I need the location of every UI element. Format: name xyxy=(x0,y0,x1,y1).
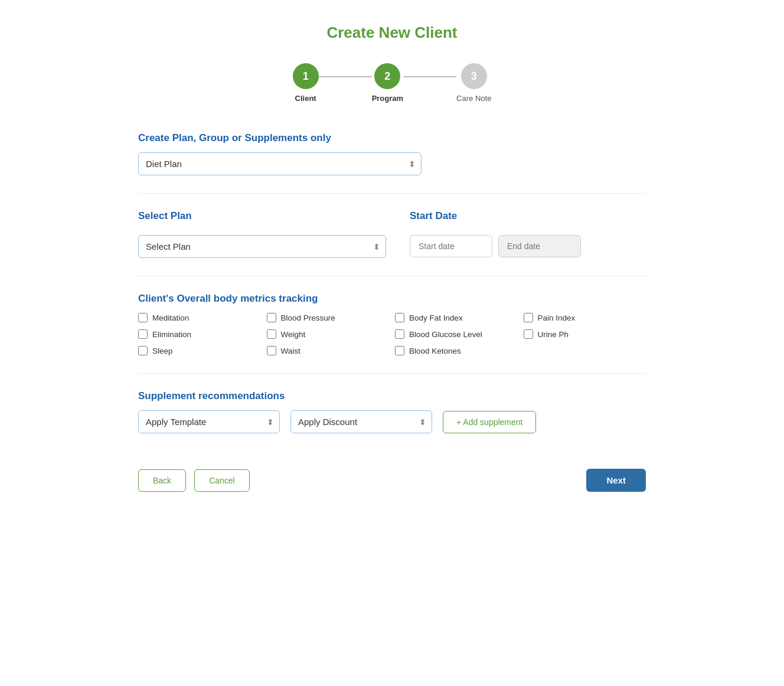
checkbox-blood-glucose[interactable]: Blood Glucose Level xyxy=(395,329,518,339)
step-connector-1 xyxy=(319,76,372,77)
checkboxes-grid: Meditation Blood Pressure Body Fat Index… xyxy=(138,313,646,355)
checkbox-body-fat-input[interactable] xyxy=(395,313,404,322)
checkbox-meditation-label: Meditation xyxy=(152,313,189,322)
add-supplement-button[interactable]: + Add supplement xyxy=(443,411,536,433)
date-inputs xyxy=(410,235,581,257)
checkbox-elimination[interactable]: Elimination xyxy=(138,329,261,339)
checkbox-urine-ph-label: Urine Ph xyxy=(538,330,569,339)
left-buttons: Back Cancel xyxy=(138,469,250,492)
step-2-label: Program xyxy=(372,94,403,103)
checkbox-blood-pressure-label: Blood Pressure xyxy=(281,313,335,322)
supplement-title: Supplement recommendations xyxy=(138,390,646,402)
checkbox-urine-ph-input[interactable] xyxy=(524,329,533,339)
plan-type-select-wrapper: Diet Plan Group Plan Supplements Only ⬍ xyxy=(138,152,422,175)
checkbox-blood-pressure[interactable]: Blood Pressure xyxy=(267,313,390,322)
metrics-section: Client's Overall body metrics tracking M… xyxy=(138,293,646,355)
page-title: Create New Client xyxy=(138,24,646,42)
step-2: 2 Program xyxy=(372,63,403,103)
template-select-wrapper: Apply Template ⬍ xyxy=(138,410,280,433)
divider-3 xyxy=(138,373,646,374)
divider-1 xyxy=(138,193,646,194)
plan-type-section: Create Plan, Group or Supplements only D… xyxy=(138,132,646,175)
step-3-circle: 3 xyxy=(461,63,487,89)
start-date-title: Start Date xyxy=(410,210,581,222)
plan-type-select[interactable]: Diet Plan Group Plan Supplements Only xyxy=(138,152,422,175)
select-plan-select-wrapper: Select Plan ⬍ xyxy=(138,235,386,258)
checkbox-weight[interactable]: Weight xyxy=(267,329,390,339)
metrics-title: Client's Overall body metrics tracking xyxy=(138,293,646,305)
discount-select-wrapper: Apply Discount ⬍ xyxy=(290,410,432,433)
supplement-row: Apply Template ⬍ Apply Discount ⬍ + Add … xyxy=(138,410,646,433)
select-plan-group: Select Plan Select Plan ⬍ xyxy=(138,210,386,258)
checkbox-elimination-input[interactable] xyxy=(138,329,148,339)
supplement-section: Supplement recommendations Apply Templat… xyxy=(138,390,646,433)
step-1-circle: 1 xyxy=(293,63,319,89)
start-date-input[interactable] xyxy=(410,235,492,257)
checkbox-body-fat[interactable]: Body Fat Index xyxy=(395,313,518,322)
checkbox-pain-index-label: Pain Index xyxy=(538,313,576,322)
step-connector-2 xyxy=(403,76,456,77)
step-1-label: Client xyxy=(295,94,316,103)
cancel-button[interactable]: Cancel xyxy=(194,469,250,492)
select-plan-row: Select Plan Select Plan ⬍ Start Date xyxy=(138,210,646,258)
checkbox-blood-glucose-input[interactable] xyxy=(395,329,404,339)
checkbox-waist-input[interactable] xyxy=(267,346,276,355)
checkbox-sleep-label: Sleep xyxy=(152,347,173,355)
checkbox-blood-ketones[interactable]: Blood Ketones xyxy=(395,346,518,355)
step-2-circle: 2 xyxy=(374,63,400,89)
checkbox-sleep[interactable]: Sleep xyxy=(138,346,261,355)
checkbox-waist-label: Waist xyxy=(281,347,300,355)
checkbox-elimination-label: Elimination xyxy=(152,330,191,339)
checkbox-waist[interactable]: Waist xyxy=(267,346,390,355)
checkbox-blood-glucose-label: Blood Glucose Level xyxy=(409,330,482,339)
checkbox-sleep-input[interactable] xyxy=(138,346,148,355)
select-plan-title: Select Plan xyxy=(138,210,386,222)
checkbox-blood-ketones-input[interactable] xyxy=(395,346,404,355)
plan-type-title: Create Plan, Group or Supplements only xyxy=(138,132,646,144)
divider-2 xyxy=(138,276,646,276)
end-date-input[interactable] xyxy=(498,235,581,257)
checkbox-urine-ph[interactable]: Urine Ph xyxy=(524,329,646,339)
discount-select[interactable]: Apply Discount xyxy=(290,410,432,433)
select-plan-select[interactable]: Select Plan xyxy=(138,235,386,258)
checkbox-meditation-input[interactable] xyxy=(138,313,148,322)
step-3: 3 Care Note xyxy=(456,63,491,103)
step-1: 1 Client xyxy=(293,63,319,103)
stepper: 1 Client 2 Program 3 Care Note xyxy=(138,63,646,103)
template-select[interactable]: Apply Template xyxy=(138,410,280,433)
step-3-label: Care Note xyxy=(456,94,491,103)
checkbox-body-fat-label: Body Fat Index xyxy=(409,313,463,322)
checkbox-blood-pressure-input[interactable] xyxy=(267,313,276,322)
checkbox-blood-ketones-label: Blood Ketones xyxy=(409,347,461,355)
date-group: Start Date xyxy=(410,210,581,257)
checkbox-pain-index[interactable]: Pain Index xyxy=(524,313,646,322)
next-button[interactable]: Next xyxy=(586,469,646,492)
checkbox-meditation[interactable]: Meditation xyxy=(138,313,261,322)
checkbox-weight-label: Weight xyxy=(281,330,306,339)
bottom-actions: Back Cancel Next xyxy=(138,457,646,492)
checkbox-weight-input[interactable] xyxy=(267,329,276,339)
checkbox-pain-index-input[interactable] xyxy=(524,313,533,322)
back-button[interactable]: Back xyxy=(138,469,186,492)
